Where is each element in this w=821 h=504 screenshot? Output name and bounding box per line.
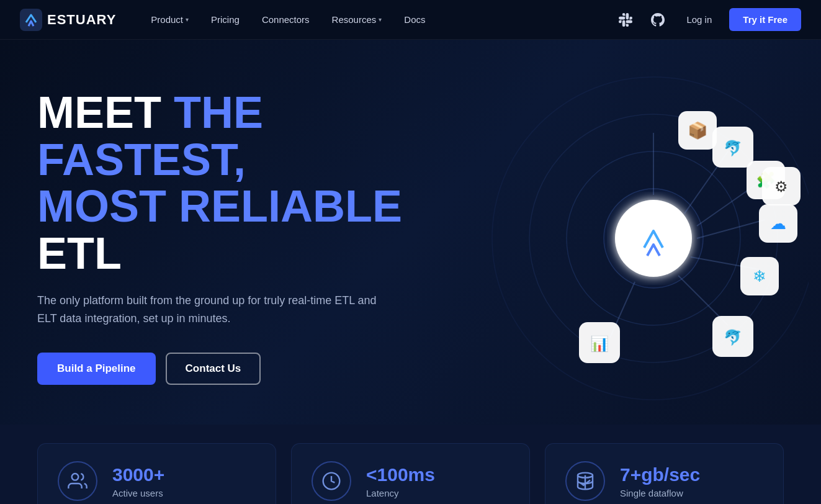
try-free-button[interactable]: Try it Free [729, 8, 801, 31]
database-icon [565, 461, 605, 501]
nav-docs[interactable]: Docs [394, 9, 435, 30]
svg-text:📊: 📊 [590, 335, 609, 353]
nav-right: Log in Try it Free [614, 8, 801, 31]
nav-product[interactable]: Product ▾ [141, 9, 199, 30]
stat-dataflow-value: 7+gb/sec [620, 464, 700, 485]
stat-latency: <100ms Latency [291, 443, 530, 504]
build-pipeline-button[interactable]: Build a Pipeline [37, 353, 156, 385]
clock-icon [312, 461, 351, 501]
stat-users-label: Active users [112, 488, 164, 498]
svg-point-5 [615, 200, 692, 277]
svg-point-30 [72, 474, 79, 480]
login-button[interactable]: Log in [679, 9, 719, 30]
svg-text:🐬: 🐬 [724, 139, 742, 157]
svg-line-8 [697, 220, 765, 238]
logo[interactable]: ESTUARY [20, 9, 116, 31]
hero-subtext: The only platform built from the ground … [37, 292, 385, 328]
slack-icon[interactable] [614, 9, 637, 31]
stats-section: 3000+ Active users <100ms Latency [0, 425, 821, 504]
chevron-down-icon: ▾ [186, 16, 189, 23]
nav-connectors[interactable]: Connectors [252, 9, 320, 30]
hero-buttons: Build a Pipeline Contact Us [37, 353, 472, 385]
stat-latency-label: Latency [366, 488, 435, 498]
svg-rect-0 [20, 9, 42, 31]
svg-text:❄: ❄ [753, 267, 766, 286]
hero-heading: MEET THE FASTEST, MOST RELIABLE ETL [37, 89, 472, 277]
logo-text: ESTUARY [47, 12, 116, 28]
svg-text:📦: 📦 [688, 120, 708, 140]
github-icon[interactable] [647, 9, 669, 31]
users-icon [58, 461, 97, 501]
stat-dataflow-label: Single dataflow [620, 488, 700, 498]
nav-resources[interactable]: Resources ▾ [322, 9, 392, 30]
navbar: ESTUARY Product ▾ Pricing Connectors Res… [0, 0, 821, 40]
contact-us-button[interactable]: Contact Us [166, 353, 261, 385]
hero-illustration: 🐬 🧩 ☁ ❄ 🐬 📦 📊 ⚙ [486, 58, 809, 418]
stat-users-value: 3000+ [112, 464, 164, 485]
svg-text:⚙: ⚙ [774, 178, 788, 195]
nav-links: Product ▾ Pricing Connectors Resources ▾… [141, 9, 614, 30]
svg-text:🐬: 🐬 [724, 328, 742, 346]
chevron-down-icon: ▾ [379, 16, 382, 23]
stat-latency-value: <100ms [366, 464, 435, 485]
hero-section: MEET THE FASTEST, MOST RELIABLE ETL The … [0, 40, 821, 425]
stat-dataflow: 7+gb/sec Single dataflow [545, 443, 784, 504]
hero-content: MEET THE FASTEST, MOST RELIABLE ETL The … [37, 89, 472, 385]
nav-pricing[interactable]: Pricing [201, 9, 249, 30]
svg-text:☁: ☁ [770, 214, 786, 233]
stat-users: 3000+ Active users [37, 443, 276, 504]
